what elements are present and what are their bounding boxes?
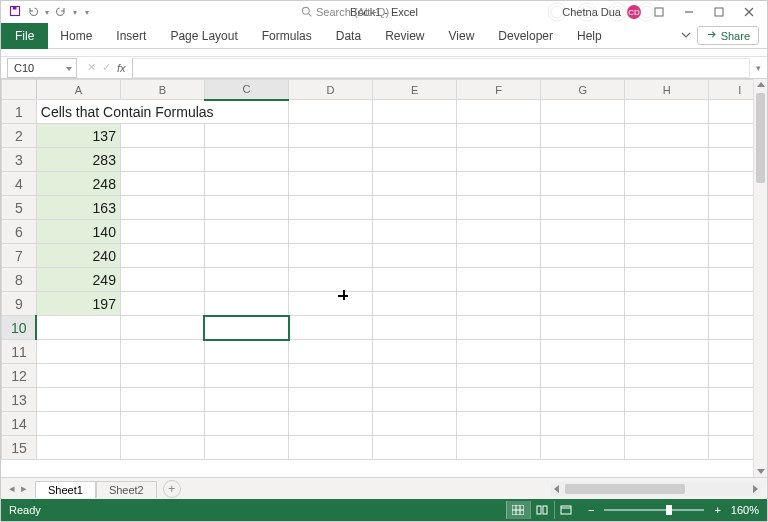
expand-formula-bar-icon[interactable]: ▾ — [750, 63, 767, 73]
view-page-break-icon[interactable] — [554, 501, 578, 519]
cell-G15[interactable] — [541, 436, 625, 460]
row-header-3[interactable]: 3 — [2, 148, 37, 172]
cell-E8[interactable] — [373, 268, 457, 292]
insert-function-icon[interactable]: fx — [117, 62, 126, 74]
cell-G2[interactable] — [541, 124, 625, 148]
qat-customize-icon[interactable]: ▾ — [85, 8, 89, 17]
cell-D1[interactable] — [289, 100, 373, 124]
scroll-right-icon[interactable] — [753, 485, 758, 493]
cell-B10[interactable] — [120, 316, 204, 340]
cell-A9[interactable]: 197 — [36, 292, 120, 316]
cell-F9[interactable] — [457, 292, 541, 316]
cell-E5[interactable] — [373, 196, 457, 220]
cell-E9[interactable] — [373, 292, 457, 316]
cell-E13[interactable] — [373, 388, 457, 412]
cell-A11[interactable] — [36, 340, 120, 364]
cell-F10[interactable] — [457, 316, 541, 340]
cell-B8[interactable] — [120, 268, 204, 292]
cell-C12[interactable] — [204, 364, 288, 388]
cell-F7[interactable] — [457, 244, 541, 268]
cell-H9[interactable] — [625, 292, 709, 316]
worksheet-grid[interactable]: ABCDEFGHI1Cells that Contain Formulas213… — [1, 79, 767, 477]
row-header-10[interactable]: 10 — [2, 316, 37, 340]
cell-H4[interactable] — [625, 172, 709, 196]
cell-B4[interactable] — [120, 172, 204, 196]
cell-H6[interactable] — [625, 220, 709, 244]
vertical-scrollbar[interactable] — [753, 79, 767, 477]
new-sheet-button[interactable]: + — [163, 480, 181, 498]
tab-developer[interactable]: Developer — [486, 23, 565, 49]
column-header-G[interactable]: G — [541, 80, 625, 100]
cell-G14[interactable] — [541, 412, 625, 436]
cell-F13[interactable] — [457, 388, 541, 412]
column-header-D[interactable]: D — [289, 80, 373, 100]
row-header-13[interactable]: 13 — [2, 388, 37, 412]
cell-G12[interactable] — [541, 364, 625, 388]
cell-E4[interactable] — [373, 172, 457, 196]
cell-C15[interactable] — [204, 436, 288, 460]
cell-F8[interactable] — [457, 268, 541, 292]
horizontal-scroll-thumb[interactable] — [565, 484, 685, 494]
cell-F4[interactable] — [457, 172, 541, 196]
cell-E10[interactable] — [373, 316, 457, 340]
cell-B15[interactable] — [120, 436, 204, 460]
collapse-ribbon-icon[interactable] — [681, 29, 691, 43]
cell-G9[interactable] — [541, 292, 625, 316]
cell-A7[interactable]: 240 — [36, 244, 120, 268]
cell-A6[interactable]: 140 — [36, 220, 120, 244]
row-header-4[interactable]: 4 — [2, 172, 37, 196]
cell-A13[interactable] — [36, 388, 120, 412]
cell-G7[interactable] — [541, 244, 625, 268]
cell-C9[interactable] — [204, 292, 288, 316]
tab-view[interactable]: View — [437, 23, 487, 49]
scroll-up-icon[interactable] — [757, 82, 765, 87]
cell-E6[interactable] — [373, 220, 457, 244]
cell-H15[interactable] — [625, 436, 709, 460]
cell-G10[interactable] — [541, 316, 625, 340]
cell-D15[interactable] — [289, 436, 373, 460]
cell-G4[interactable] — [541, 172, 625, 196]
undo-icon[interactable] — [27, 5, 39, 19]
row-header-6[interactable]: 6 — [2, 220, 37, 244]
tab-formulas[interactable]: Formulas — [250, 23, 324, 49]
cell-G5[interactable] — [541, 196, 625, 220]
row-header-12[interactable]: 12 — [2, 364, 37, 388]
cell-C10[interactable] — [204, 316, 288, 340]
cell-E2[interactable] — [373, 124, 457, 148]
cell-A14[interactable] — [36, 412, 120, 436]
redo-dropdown-icon[interactable]: ▾ — [73, 8, 77, 17]
cell-H13[interactable] — [625, 388, 709, 412]
cell-F2[interactable] — [457, 124, 541, 148]
undo-dropdown-icon[interactable]: ▾ — [45, 8, 49, 17]
cell-H3[interactable] — [625, 148, 709, 172]
cell-H5[interactable] — [625, 196, 709, 220]
cell-E1[interactable] — [373, 100, 457, 124]
cell-F1[interactable] — [457, 100, 541, 124]
cell-C14[interactable] — [204, 412, 288, 436]
tab-home[interactable]: Home — [48, 23, 104, 49]
cell-A5[interactable]: 163 — [36, 196, 120, 220]
row-header-1[interactable]: 1 — [2, 100, 37, 124]
cell-B3[interactable] — [120, 148, 204, 172]
formula-input[interactable] — [132, 58, 750, 78]
cell-G8[interactable] — [541, 268, 625, 292]
cell-A1[interactable]: Cells that Contain Formulas — [36, 100, 288, 124]
cell-B5[interactable] — [120, 196, 204, 220]
row-header-11[interactable]: 11 — [2, 340, 37, 364]
cell-B6[interactable] — [120, 220, 204, 244]
scroll-down-icon[interactable] — [757, 469, 765, 474]
column-header-C[interactable]: C — [204, 80, 288, 100]
cell-B9[interactable] — [120, 292, 204, 316]
zoom-level[interactable]: 160% — [731, 504, 759, 516]
cell-D7[interactable] — [289, 244, 373, 268]
tab-help[interactable]: Help — [565, 23, 614, 49]
cell-G1[interactable] — [541, 100, 625, 124]
cell-A4[interactable]: 248 — [36, 172, 120, 196]
cell-D2[interactable] — [289, 124, 373, 148]
cell-F3[interactable] — [457, 148, 541, 172]
zoom-in-button[interactable]: + — [714, 504, 720, 516]
tab-review[interactable]: Review — [373, 23, 436, 49]
cell-F15[interactable] — [457, 436, 541, 460]
enter-formula-icon[interactable]: ✓ — [102, 61, 111, 74]
redo-icon[interactable] — [55, 5, 67, 19]
